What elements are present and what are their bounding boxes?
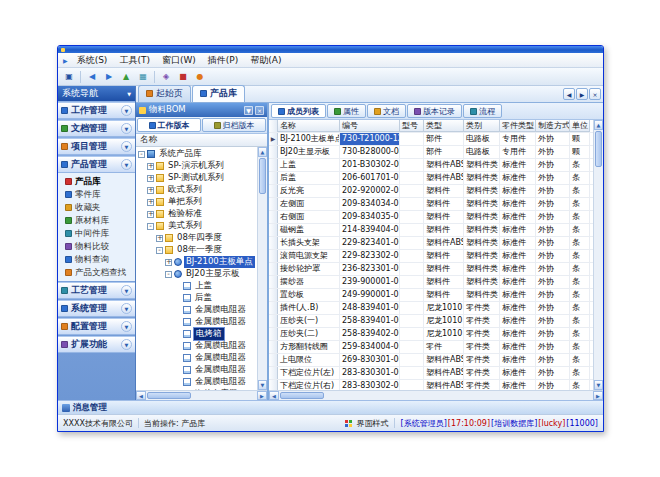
table-cell[interactable] [400,354,424,366]
table-cell[interactable]: 零件类 [464,328,500,340]
bom-version-tab[interactable]: 归档版本 [202,118,266,132]
table-cell[interactable]: 右侧面 [278,211,340,223]
scroll-down-icon[interactable]: ▼ [594,380,603,390]
scroll-thumb[interactable] [259,158,266,194]
forward-button[interactable]: ▶ [101,70,117,84]
table-row[interactable]: 上电限位269-830301-00E塑料件ABS零件类标准件外协条 [269,354,593,367]
table-cell[interactable]: 反光亮 [278,185,340,197]
table-cell[interactable]: 外协 [536,289,570,301]
column-header[interactable]: 类别 [464,120,500,132]
table-cell[interactable]: 塑料件类 [464,263,500,275]
tab-scroll-left-button[interactable]: ◀ [563,88,575,100]
tree-node[interactable]: 金属膜电阻器 [136,340,257,352]
table-cell[interactable]: 229-823401-00E [340,237,400,249]
tree-column-header[interactable]: 名称 [136,134,267,147]
table-cell[interactable]: 外协 [536,250,570,262]
table-row[interactable]: 接纱轮护罩236-823301-00E塑料件塑料件类标准件外协条 [269,263,593,276]
table-row[interactable]: 长插头支架229-823401-00E塑料件ABS塑料件类标准件外协条 [269,237,593,250]
table-cell[interactable]: 零件类 [464,302,500,314]
detail-tab[interactable]: 版本记录 [407,104,462,118]
menu-item[interactable]: 工具(T) [113,53,156,68]
tree-node[interactable]: -美式系列 [136,220,257,232]
tree-node[interactable]: 上盖 [136,280,257,292]
table-cell[interactable]: 外协 [536,211,570,223]
sidebar-item[interactable]: 中间件库 [58,227,135,240]
table-cell[interactable]: 塑料件类 [464,172,500,184]
table-cell[interactable]: 塑料件ABS [424,367,464,379]
table-cell[interactable]: 塑料件 [424,289,464,301]
column-header[interactable]: 零件类型 [500,120,536,132]
table-cell[interactable]: 塑料件类 [464,198,500,210]
tree-expander[interactable]: + [147,163,154,170]
table-row[interactable]: 上盖201-B30302-00E塑料件ABS塑料件类标准件外协条 [269,159,593,172]
table-cell[interactable]: 置纱板 [278,289,340,301]
table-cell[interactable]: 长插头支架 [278,237,340,249]
table-cell[interactable]: 零件类 [464,354,500,366]
table-cell[interactable]: 零件类 [464,341,500,353]
table-cell[interactable]: 标准件 [500,185,536,197]
table-cell[interactable]: 236-823301-00E [340,263,400,275]
table-cell[interactable] [400,289,424,301]
tree-node[interactable]: +欧式系列 [136,184,257,196]
ui-style-button[interactable]: 界面样式 [357,418,389,429]
table-cell[interactable]: 接纱轮护罩 [278,263,340,275]
table-cell[interactable]: 条 [570,328,590,340]
scroll-thumb[interactable] [595,131,602,167]
table-cell[interactable]: 外协 [536,328,570,340]
table-cell[interactable]: 电路板 [464,133,500,145]
tree-node[interactable]: 后盖 [136,292,257,304]
table-cell[interactable] [400,224,424,236]
table-cell[interactable] [400,315,424,327]
table-cell[interactable]: 条 [570,367,590,379]
table-cell[interactable] [400,276,424,288]
detail-tab[interactable]: 流程 [463,104,502,118]
table-cell[interactable]: 730-T21000-12E [340,133,400,145]
table-cell[interactable]: 塑料件 [424,263,464,275]
tree-expander[interactable]: - [138,151,145,158]
sidebar-section-header[interactable]: 配置管理▼ [58,318,135,335]
table-cell[interactable]: 颗 [570,146,590,158]
home-button[interactable]: ▲ [118,70,134,84]
tree-expander[interactable]: + [156,235,163,242]
tree-horizontal-scrollbar[interactable]: ◀ ▶ [136,390,267,400]
scroll-up-icon[interactable]: ▲ [258,147,267,157]
sidebar-item[interactable]: 产品文档查找 [58,266,135,279]
refresh-button[interactable]: ▦ [135,70,151,84]
new-page-button[interactable]: ▣ [61,70,77,84]
table-cell[interactable]: 后盖 [278,172,340,184]
table-cell[interactable]: 外协 [536,198,570,210]
table-cell[interactable]: 外协 [536,302,570,314]
column-header[interactable]: 名称 [278,120,340,132]
table-cell[interactable]: BJ-2100主板单点 [278,133,340,145]
table-cell[interactable]: 上电限位 [278,354,340,366]
table-cell[interactable]: 202-920002-01E [340,185,400,197]
table-cell[interactable]: 258-839401-00E [340,315,400,327]
tree-expander[interactable]: + [147,187,154,194]
table-cell[interactable]: 塑料件类 [464,237,500,249]
table-cell[interactable] [400,185,424,197]
scroll-down-icon[interactable]: ▼ [258,380,267,390]
table-row[interactable]: 压纱夹(二)258-839402-00E尼龙1010零件类标准件外协条 [269,328,593,341]
table-cell[interactable]: 外协 [536,146,570,158]
tree-expander[interactable]: + [147,211,154,218]
table-cell[interactable]: 条 [570,380,590,390]
table-cell[interactable]: 209-834035-01E [340,211,400,223]
table-cell[interactable]: 标准件 [500,211,536,223]
tree-expander[interactable]: - [156,247,163,254]
table-cell[interactable]: 外协 [536,315,570,327]
table-cell[interactable]: 塑料件类 [464,224,500,236]
sidebar-item[interactable]: 原材料库 [58,214,135,227]
table-cell[interactable]: 塑料件类 [464,250,500,262]
table-cell[interactable]: 尼龙1010 [424,328,464,340]
table-cell[interactable]: 标准件 [500,198,536,210]
table-cell[interactable]: 塑料件ABS [424,237,464,249]
table-cell[interactable]: 塑料件 [424,198,464,210]
table-cell[interactable]: 压纱夹(二) [278,328,340,340]
table-cell[interactable]: 左侧面 [278,198,340,210]
table-cell[interactable]: 部件 [424,146,464,158]
table-cell[interactable]: 磁钢盖 [278,224,340,236]
table-cell[interactable]: 283-830302-00E [340,380,400,390]
table-row[interactable]: 滚筒电源支架229-823302-00E塑料件塑料件类标准件外协条 [269,250,593,263]
lock-button[interactable]: ■ [175,70,191,84]
table-cell[interactable]: 229-823302-00E [340,250,400,262]
